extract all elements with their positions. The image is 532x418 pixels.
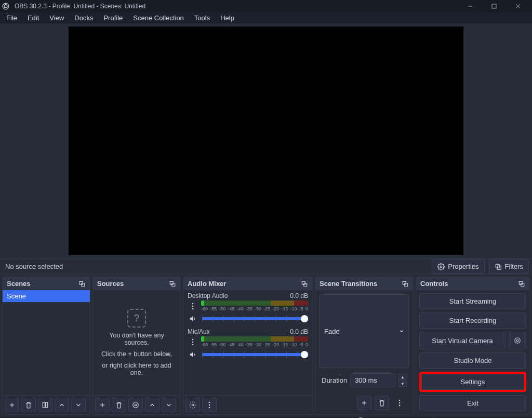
source-up-button[interactable] bbox=[145, 398, 159, 412]
settings-button[interactable]: Settings bbox=[421, 374, 524, 390]
minimize-button[interactable] bbox=[458, 0, 482, 12]
remove-source-button[interactable] bbox=[112, 398, 126, 412]
exit-button[interactable]: Exit bbox=[419, 395, 526, 411]
sources-dock: Sources ? You don't have any sources. Cl… bbox=[92, 277, 181, 415]
mute-button[interactable] bbox=[188, 349, 198, 360]
audio-header: Audio Mixer bbox=[188, 280, 301, 288]
preview-area bbox=[0, 23, 532, 258]
duration-value: 300 ms bbox=[355, 376, 391, 384]
titlebar: OBS 30.2.3 - Profile: Untitled - Scenes:… bbox=[0, 0, 532, 12]
scene-item[interactable]: Scene bbox=[3, 290, 90, 302]
add-source-button[interactable] bbox=[95, 398, 110, 412]
menu-scene-collection[interactable]: Scene Collection bbox=[129, 12, 188, 23]
filters-button[interactable]: Filters bbox=[489, 259, 529, 274]
channel-menu-button[interactable] bbox=[188, 337, 198, 347]
svg-point-32 bbox=[209, 404, 210, 406]
filters-icon bbox=[495, 263, 502, 270]
no-source-label: No source selected bbox=[5, 263, 63, 270]
audio-channel: Desktop Audio0.0 dB -60-55-50-45-40-35-3… bbox=[183, 290, 312, 326]
remove-transition-button[interactable] bbox=[375, 396, 389, 410]
menu-view[interactable]: View bbox=[45, 12, 68, 23]
chevron-down-icon: ▼ bbox=[398, 381, 407, 387]
scene-up-button[interactable] bbox=[55, 398, 69, 412]
start-virtual-camera-button[interactable]: Start Virtual Camera bbox=[419, 332, 506, 349]
menubar: File Edit View Docks Profile Scene Colle… bbox=[0, 12, 532, 23]
scenes-header: Scenes bbox=[7, 280, 78, 288]
popout-icon[interactable] bbox=[402, 280, 409, 288]
svg-point-20 bbox=[135, 404, 137, 406]
chevron-up-icon: ▲ bbox=[398, 374, 407, 380]
scene-filter-button[interactable] bbox=[38, 398, 52, 412]
start-streaming-button[interactable]: Start Streaming bbox=[419, 293, 526, 309]
popout-icon[interactable] bbox=[301, 280, 308, 288]
menu-docks[interactable]: Docks bbox=[70, 12, 97, 23]
popout-icon[interactable] bbox=[169, 280, 176, 288]
channel-db: 0.0 dB bbox=[290, 328, 308, 335]
transition-select[interactable]: Fade bbox=[320, 294, 409, 368]
svg-rect-4 bbox=[492, 4, 496, 8]
transitions-dock: Scene Transitions Fade Duration 300 ms ▲… bbox=[315, 277, 414, 415]
svg-point-7 bbox=[441, 266, 443, 268]
svg-point-26 bbox=[192, 308, 194, 309]
properties-button[interactable]: Properties bbox=[432, 259, 484, 274]
menu-profile[interactable]: Profile bbox=[99, 12, 127, 23]
duration-spinner[interactable]: ▲ ▼ bbox=[398, 374, 407, 387]
mute-button[interactable] bbox=[188, 314, 198, 324]
sources-empty-line: or right click here to add one. bbox=[102, 362, 171, 376]
svg-point-24 bbox=[192, 303, 194, 304]
popout-icon[interactable] bbox=[78, 280, 86, 288]
audio-advanced-button[interactable] bbox=[185, 398, 200, 412]
virtual-camera-config-button[interactable] bbox=[509, 332, 526, 349]
sources-empty-line: You don't have any sources. bbox=[109, 332, 164, 346]
preview-canvas[interactable] bbox=[69, 27, 463, 255]
remove-scene-button[interactable] bbox=[21, 398, 36, 412]
gear-icon bbox=[437, 263, 445, 270]
channel-db: 0.0 dB bbox=[290, 292, 308, 299]
audio-meter: -60-55-50-45-40-35-30-25-20-15-10-50 bbox=[201, 301, 308, 311]
transition-menu-button[interactable] bbox=[392, 396, 407, 410]
duration-input[interactable]: 300 ms bbox=[350, 373, 395, 387]
audio-meter: -60-55-50-45-40-35-30-25-20-15-10-50 bbox=[201, 336, 308, 347]
studio-mode-button[interactable]: Studio Mode bbox=[419, 352, 526, 369]
volume-slider[interactable] bbox=[202, 353, 308, 356]
scene-down-button[interactable] bbox=[71, 398, 86, 412]
audio-menu-button[interactable] bbox=[202, 398, 217, 412]
volume-slider[interactable] bbox=[202, 317, 308, 320]
menu-edit[interactable]: Edit bbox=[23, 12, 43, 23]
popout-icon[interactable] bbox=[518, 280, 525, 288]
source-down-button[interactable] bbox=[162, 398, 176, 412]
transition-selected: Fade bbox=[324, 328, 399, 335]
source-properties-button[interactable] bbox=[128, 398, 143, 412]
svg-point-39 bbox=[399, 402, 401, 404]
question-icon: ? bbox=[127, 309, 146, 328]
channel-name: Mic/Aux bbox=[188, 328, 290, 335]
sources-empty[interactable]: ? You don't have any sources. Click the … bbox=[93, 290, 180, 395]
svg-point-30 bbox=[192, 404, 194, 406]
sources-header: Sources bbox=[97, 280, 169, 288]
svg-point-25 bbox=[192, 305, 194, 307]
channel-menu-button[interactable] bbox=[188, 301, 198, 311]
svg-point-2 bbox=[5, 4, 7, 5]
scene-list[interactable]: Scene bbox=[3, 290, 90, 395]
scenes-dock: Scenes Scene bbox=[2, 277, 90, 415]
svg-rect-14 bbox=[43, 402, 45, 407]
obs-logo-icon bbox=[2, 3, 9, 10]
sources-empty-line: Click the + button below, bbox=[101, 350, 172, 358]
maximize-button[interactable] bbox=[482, 0, 506, 12]
menu-file[interactable]: File bbox=[2, 12, 21, 23]
svg-point-27 bbox=[192, 338, 194, 340]
properties-label: Properties bbox=[448, 263, 478, 270]
close-button[interactable] bbox=[506, 0, 530, 12]
menu-tools[interactable]: Tools bbox=[190, 12, 214, 23]
add-scene-button[interactable] bbox=[5, 398, 19, 412]
add-transition-button[interactable] bbox=[357, 396, 371, 410]
controls-header: Controls bbox=[420, 280, 518, 288]
svg-rect-15 bbox=[46, 402, 48, 407]
start-recording-button[interactable]: Start Recording bbox=[419, 312, 526, 329]
dock-row: Scenes Scene Sources ? You don't have an… bbox=[0, 275, 532, 417]
svg-point-33 bbox=[209, 407, 210, 409]
svg-point-44 bbox=[515, 338, 521, 344]
settings-highlight: Settings bbox=[419, 372, 526, 392]
menu-help[interactable]: Help bbox=[216, 12, 238, 23]
channel-name: Desktop Audio bbox=[188, 292, 290, 299]
